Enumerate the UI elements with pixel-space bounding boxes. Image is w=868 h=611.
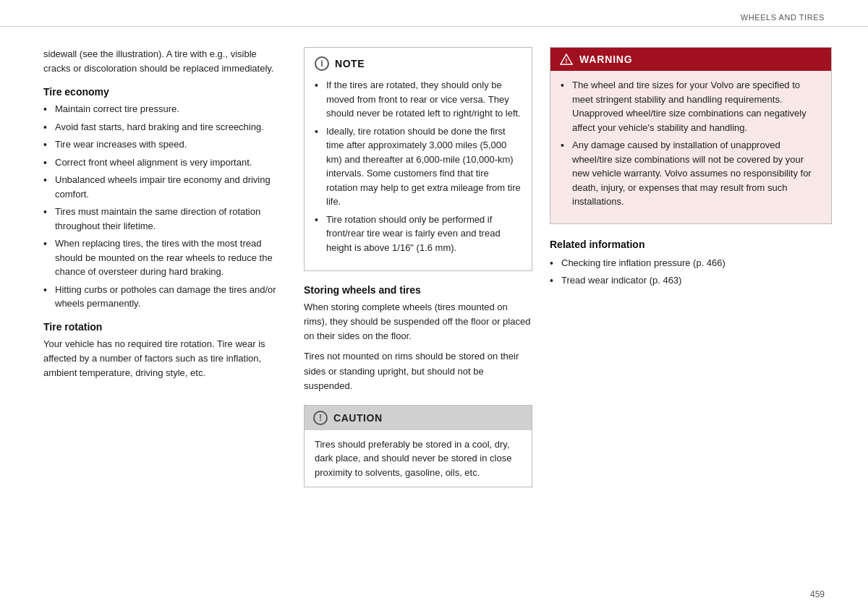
list-item: Avoid fast starts, hard braking and tire…: [43, 120, 282, 134]
note-list: If the tires are rotated, they should on…: [315, 78, 522, 255]
list-item: Maintain correct tire pressure.: [43, 102, 282, 116]
tire-rotation-body: Your vehicle has no required tire rotati…: [43, 337, 282, 380]
warning-icon: !: [559, 53, 574, 66]
note-icon: i: [315, 56, 329, 71]
storing-body2: Tires not mounted on rims should be stor…: [304, 349, 532, 393]
note-box-title: NOTE: [335, 58, 365, 69]
caution-box-header: ! CAUTION: [305, 406, 532, 430]
list-item: The wheel and tire sizes for your Volvo …: [561, 78, 821, 134]
warning-box-body: The wheel and tire sizes for your Volvo …: [550, 71, 831, 223]
related-info-list: Checking tire inflation pressure (p. 466…: [550, 256, 832, 288]
page-content: sidewall (see the illustration). A tire …: [0, 27, 868, 502]
tire-economy-title: Tire economy: [43, 86, 282, 98]
warning-box-header: ! WARNING: [550, 48, 831, 71]
list-item: Correct front wheel alignment is very im…: [43, 155, 282, 170]
caution-icon: !: [313, 411, 328, 425]
storing-body1: When storing complete wheels (tires moun…: [304, 300, 532, 343]
note-box-header: i NOTE: [315, 56, 522, 71]
right-column: ! WARNING The wheel and tire sizes for y…: [550, 47, 832, 487]
list-item: Tire wear increases with speed.: [43, 137, 282, 152]
warning-list: The wheel and tire sizes for your Volvo …: [561, 78, 821, 209]
list-item: If the tires are rotated, they should on…: [315, 78, 522, 121]
storing-title: Storing wheels and tires: [304, 284, 532, 296]
warning-box-title: WARNING: [579, 54, 633, 65]
caution-box-title: CAUTION: [333, 412, 383, 424]
warning-box: ! WARNING The wheel and tire sizes for y…: [550, 47, 832, 224]
intro-text: sidewall (see the illustration). A tire …: [43, 47, 282, 76]
caution-box-body: Tires should preferably be stored in a c…: [305, 430, 532, 487]
left-column: sidewall (see the illustration). A tire …: [43, 47, 304, 487]
mid-column: i NOTE If the tires are rotated, they sh…: [304, 47, 550, 487]
list-item: Tread wear indicator (p. 463): [550, 273, 832, 288]
list-item: Any damage caused by installation of una…: [561, 138, 821, 209]
tire-rotation-title: Tire rotation: [43, 321, 282, 333]
caution-box: ! CAUTION Tires should preferably be sto…: [304, 405, 532, 488]
page-number: 459: [810, 589, 825, 599]
list-item: Tire rotation should only be performed i…: [315, 213, 522, 255]
list-item: Tires must maintain the same direction o…: [43, 205, 282, 233]
related-info-title: Related information: [550, 239, 832, 250]
svg-text:!: !: [566, 57, 568, 64]
note-box: i NOTE If the tires are rotated, they sh…: [304, 47, 532, 271]
header-title: WHEELS AND TIRES: [741, 13, 825, 22]
page-footer: 459: [810, 589, 825, 599]
list-item: Ideally, tire rotation should be done th…: [315, 124, 522, 209]
page-header: WHEELS AND TIRES: [0, 0, 868, 27]
list-item: When replacing tires, the tires with the…: [43, 236, 282, 279]
list-item: Checking tire inflation pressure (p. 466…: [550, 256, 832, 270]
tire-economy-list: Maintain correct tire pressure. Avoid fa…: [43, 102, 282, 311]
list-item: Unbalanced wheels impair tire economy an…: [43, 173, 282, 201]
list-item: Hitting curbs or potholes can damage the…: [43, 283, 282, 311]
